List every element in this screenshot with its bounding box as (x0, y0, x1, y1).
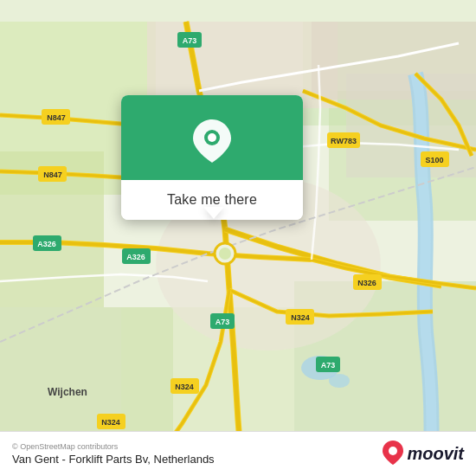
svg-text:A73: A73 (183, 36, 197, 45)
svg-text:N324: N324 (291, 313, 310, 322)
svg-point-45 (389, 447, 397, 455)
bottom-left-info: © OpenStreetMap contributors Van Gent - … (12, 442, 215, 466)
moovit-text: moovit (407, 444, 464, 464)
popup-green-area (121, 95, 303, 180)
svg-text:A326: A326 (126, 253, 145, 261)
svg-text:Wijchen: Wijchen (48, 386, 87, 398)
map-container: A73 A73 A73 N847 N847 A326 A326 N324 N32… (0, 0, 476, 476)
svg-point-44 (208, 133, 216, 142)
svg-text:S100: S100 (425, 156, 443, 164)
svg-text:N847: N847 (43, 170, 62, 179)
svg-point-42 (219, 248, 231, 260)
location-pin-icon (193, 119, 231, 163)
svg-text:N324: N324 (101, 418, 120, 427)
svg-point-13 (329, 374, 350, 388)
svg-text:A73: A73 (215, 318, 230, 326)
svg-text:N324: N324 (175, 383, 194, 391)
moovit-logo: moovit (383, 441, 464, 468)
moovit-pin-icon (383, 441, 403, 468)
popup-card: Take me there (121, 95, 303, 220)
svg-text:A326: A326 (37, 240, 56, 248)
copyright-text: © OpenStreetMap contributors (12, 442, 215, 451)
svg-text:N847: N847 (47, 113, 66, 122)
popup-arrow (203, 207, 224, 219)
bottom-bar: © OpenStreetMap contributors Van Gent - … (0, 431, 476, 476)
svg-text:RW783: RW783 (331, 137, 357, 145)
map-background: A73 A73 A73 N847 N847 A326 A326 N324 N32… (0, 0, 476, 476)
svg-text:N326: N326 (357, 279, 376, 287)
location-name: Van Gent - Forklift Parts Bv, Netherland… (12, 453, 215, 466)
svg-text:A73: A73 (321, 361, 336, 370)
